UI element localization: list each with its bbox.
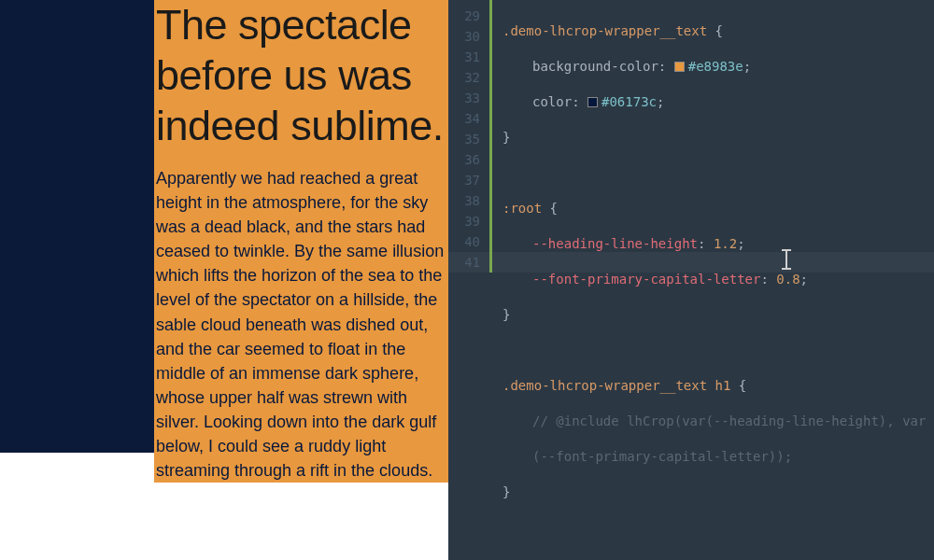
color-swatch-icon xyxy=(587,97,598,107)
line-number-gutter: 29 30 31 32 33 34 35 36 37 38 39 40 41 xyxy=(448,0,489,560)
brace-open: { xyxy=(707,23,723,38)
css-property: color xyxy=(532,94,572,109)
brace-close: } xyxy=(502,484,510,499)
demo-heading: The spectacle before us was indeed subli… xyxy=(154,0,448,161)
line-number: 32 xyxy=(448,67,489,88)
brace-close: } xyxy=(502,307,510,322)
code-comment: (--font-primary-capital-letter)); xyxy=(532,449,792,464)
line-number: 29 xyxy=(448,6,489,26)
demo-paragraph: Apparently we had reached a great height… xyxy=(154,161,448,483)
color-swatch-icon xyxy=(674,62,685,72)
demo-text-wrapper: The spectacle before us was indeed subli… xyxy=(154,0,448,453)
css-variable: --heading-line-height xyxy=(532,236,698,251)
line-number: 40 xyxy=(448,231,489,252)
code-comment: // @include lhCrop(var(--heading-line-he… xyxy=(532,413,926,428)
line-number: 35 xyxy=(448,129,489,149)
css-value: 0.8 xyxy=(776,272,800,287)
line-number: 31 xyxy=(448,47,489,67)
css-value: #06173c xyxy=(601,94,657,109)
line-number: 30 xyxy=(448,26,489,47)
css-selector: .demo-lhcrop-wrapper__text h1 xyxy=(502,378,730,393)
line-number: 41 xyxy=(448,252,489,273)
brace-close: } xyxy=(502,130,510,145)
css-value: #e8983e xyxy=(688,59,743,74)
css-variable: --font-primary-capital-letter xyxy=(532,272,760,287)
line-number: 38 xyxy=(448,190,489,211)
line-number: 37 xyxy=(448,170,489,190)
line-number: 34 xyxy=(448,108,489,129)
brace-open: { xyxy=(730,378,746,393)
line-number: 33 xyxy=(448,88,489,108)
css-selector: :root xyxy=(502,201,542,216)
brace-open: { xyxy=(542,201,558,216)
css-selector: .demo-lhcrop-wrapper__text xyxy=(502,23,707,38)
css-property: background-color xyxy=(532,59,658,74)
code-editor[interactable]: 29 30 31 32 33 34 35 36 37 38 39 40 41 .… xyxy=(448,0,934,560)
text-cursor-icon xyxy=(781,248,792,271)
preview-pane: The spectacle before us was indeed subli… xyxy=(0,0,448,560)
line-number: 39 xyxy=(448,211,489,231)
navy-background-block xyxy=(0,0,154,453)
code-content[interactable]: .demo-lhcrop-wrapper__text { background-… xyxy=(489,0,934,560)
line-number: 36 xyxy=(448,149,489,170)
css-value: 1.2 xyxy=(714,236,737,251)
